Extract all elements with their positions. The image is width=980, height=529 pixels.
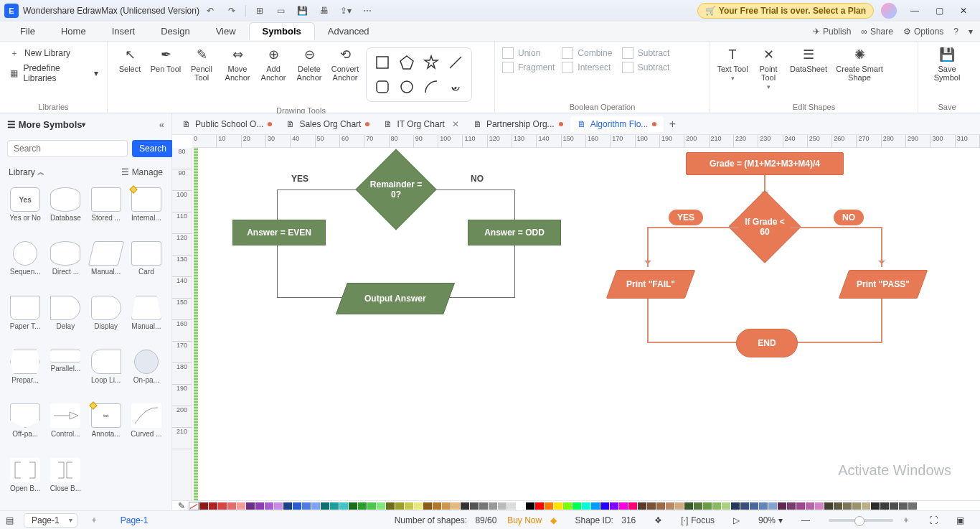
eyedropper-icon[interactable]: ✎ [178,501,185,511]
color-swatch[interactable] [563,502,572,510]
color-swatch[interactable] [386,502,395,510]
search-button[interactable]: Search [132,140,174,157]
save-button[interactable]: 💾 [293,3,312,19]
color-swatch[interactable] [591,502,600,510]
process-odd[interactable]: Answer = ODD [468,220,561,245]
color-swatch[interactable] [433,502,441,510]
delete-anchor-tool[interactable]: ⊖Delete Anchor [291,45,327,83]
document-tab[interactable]: 🗎Public School O... [175,116,279,132]
color-swatch[interactable] [293,502,301,510]
color-swatch[interactable] [862,502,870,510]
color-swatch[interactable] [554,502,562,510]
collapse-ribbon[interactable]: ▾ [969,27,973,37]
color-swatch[interactable] [498,502,507,510]
fit-page-icon[interactable]: ⛶ [929,515,938,525]
color-swatch[interactable] [349,502,357,510]
color-swatch[interactable] [880,502,889,510]
color-swatch[interactable] [545,502,553,510]
color-swatch[interactable] [768,502,777,510]
color-swatch[interactable] [787,502,796,510]
pen-tool[interactable]: ✒Pen Tool [148,45,184,75]
undo-button[interactable]: ↶ [201,3,220,19]
library-item[interactable]: On-pa... [127,348,166,396]
document-tab[interactable]: 🗎Algorithm Flo... [570,116,664,132]
new-button[interactable]: ⊞ [250,3,269,19]
color-swatch[interactable] [526,502,534,510]
color-swatch[interactable] [507,502,516,510]
help-button[interactable]: ? [953,27,958,37]
datasheet-tool[interactable]: ☰DataSheet [786,45,831,75]
convert-anchor-tool[interactable]: ⟲Convert Anchor [327,45,363,83]
zoom-in-button[interactable]: ＋ [902,514,910,526]
color-swatch[interactable] [908,502,917,510]
menu-symbols[interactable]: Symbols [249,22,315,40]
color-swatch[interactable] [283,502,292,510]
color-swatch[interactable] [255,502,264,510]
color-swatch[interactable] [899,502,908,510]
library-item[interactable]: Manual... [87,240,126,288]
minimize-button[interactable]: — [903,1,927,20]
color-swatch[interactable] [209,502,217,510]
color-swatch[interactable] [470,502,479,510]
zoom-slider[interactable] [829,519,893,522]
color-swatch[interactable] [227,502,236,510]
add-anchor-tool[interactable]: ⊕Add Anchor [255,45,291,83]
color-swatch[interactable] [330,502,339,510]
color-swatch[interactable] [619,502,628,510]
library-item[interactable]: Close B... [46,457,85,505]
color-swatch[interactable] [656,502,665,510]
library-item[interactable]: Stored ... [87,186,126,234]
color-swatch[interactable] [750,502,758,510]
color-swatch[interactable] [610,502,618,510]
intersect-button[interactable]: Intersect [562,62,614,73]
color-swatch[interactable] [852,502,861,510]
subtract-button[interactable]: Subtract [622,47,674,59]
color-swatch[interactable] [600,502,609,510]
color-swatch[interactable] [778,502,786,510]
color-swatch[interactable] [703,502,712,510]
color-swatch[interactable] [824,502,833,510]
color-swatch[interactable] [628,502,637,510]
color-swatch[interactable] [834,502,842,510]
page-layout-icon[interactable]: ▤ [6,515,14,525]
color-swatch[interactable] [218,502,227,510]
color-swatch[interactable] [246,502,255,510]
document-tab[interactable]: 🗎Partnership Org... [466,116,570,132]
document-tab[interactable]: 🗎IT Org Chart✕ [377,116,466,132]
fullscreen-icon[interactable]: ▣ [956,515,964,525]
publish-button[interactable]: ✈Publish [813,27,851,37]
color-swatch[interactable] [740,502,749,510]
color-swatch[interactable] [461,502,469,510]
library-label[interactable]: Library [9,167,35,177]
library-item[interactable]: Loop Li... [87,348,126,396]
color-swatch[interactable] [759,502,768,510]
color-swatch[interactable] [423,502,432,510]
color-swatch[interactable] [265,502,273,510]
shape-star[interactable] [421,52,441,72]
color-swatch[interactable] [843,502,852,510]
shape-spiral[interactable] [446,77,466,97]
subtract2-button[interactable]: Subtract [622,62,674,73]
menu-design[interactable]: Design [148,23,202,39]
color-swatch[interactable] [321,502,329,510]
select-tool[interactable]: ↖Select [112,45,148,75]
avatar[interactable] [881,3,897,19]
library-item[interactable]: Parallel... [46,348,85,396]
library-item[interactable]: Manual... [127,294,166,342]
focus-button[interactable]: [·] Focus [681,515,715,525]
shape-arc[interactable] [421,77,441,97]
no-color-swatch[interactable] [189,502,199,510]
union-button[interactable]: Union [502,47,555,59]
trial-banner[interactable]: 🛒 Your Free Trial is over. Select a Plan [697,3,874,19]
library-item[interactable]: Delay [46,294,85,342]
color-swatch[interactable] [377,502,385,510]
page-tab[interactable]: Page-1 [121,515,149,525]
shape-circle[interactable] [397,77,417,97]
library-item[interactable]: txtAnnota... [87,402,126,450]
menu-view[interactable]: View [203,23,249,39]
io-pass[interactable]: Print "PASS" [839,270,928,299]
collapse-panel-button[interactable]: « [159,119,164,130]
color-swatch[interactable] [367,502,376,510]
color-swatch[interactable] [647,502,656,510]
color-swatch[interactable] [694,502,702,510]
